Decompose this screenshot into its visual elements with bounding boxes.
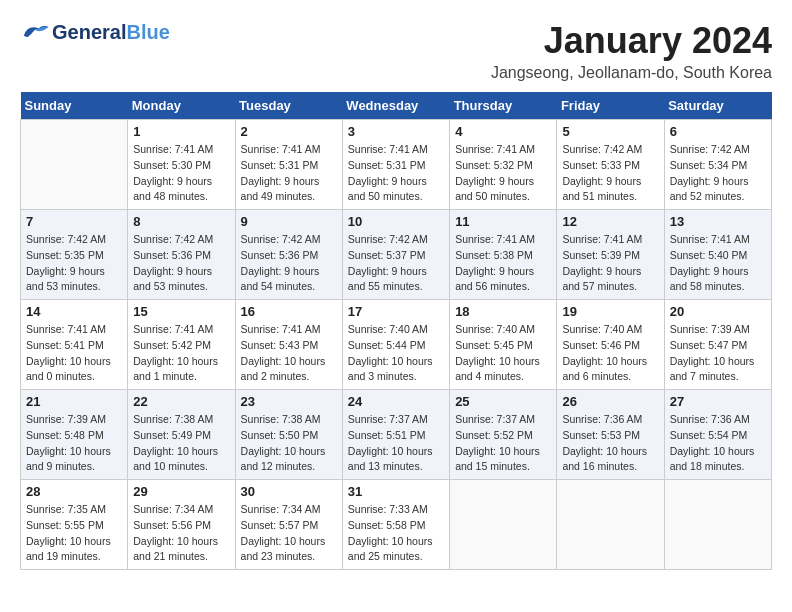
day-number: 26 xyxy=(562,394,658,409)
day-number: 9 xyxy=(241,214,337,229)
calendar-cell: 19Sunrise: 7:40 AMSunset: 5:46 PMDayligh… xyxy=(557,300,664,390)
day-info: Sunrise: 7:37 AMSunset: 5:52 PMDaylight:… xyxy=(455,412,551,475)
day-number: 28 xyxy=(26,484,122,499)
calendar-cell: 23Sunrise: 7:38 AMSunset: 5:50 PMDayligh… xyxy=(235,390,342,480)
calendar-cell: 11Sunrise: 7:41 AMSunset: 5:38 PMDayligh… xyxy=(450,210,557,300)
day-number: 6 xyxy=(670,124,766,139)
calendar-cell xyxy=(450,480,557,570)
logo-bird-icon xyxy=(20,20,50,44)
calendar-cell: 10Sunrise: 7:42 AMSunset: 5:37 PMDayligh… xyxy=(342,210,449,300)
calendar-cell: 28Sunrise: 7:35 AMSunset: 5:55 PMDayligh… xyxy=(21,480,128,570)
day-info: Sunrise: 7:34 AMSunset: 5:56 PMDaylight:… xyxy=(133,502,229,565)
day-number: 31 xyxy=(348,484,444,499)
day-info: Sunrise: 7:41 AMSunset: 5:42 PMDaylight:… xyxy=(133,322,229,385)
week-row-3: 14Sunrise: 7:41 AMSunset: 5:41 PMDayligh… xyxy=(21,300,772,390)
day-number: 2 xyxy=(241,124,337,139)
title-block: January 2024 Jangseong, Jeollanam-do, So… xyxy=(491,20,772,82)
day-info: Sunrise: 7:40 AMSunset: 5:45 PMDaylight:… xyxy=(455,322,551,385)
location-subtitle: Jangseong, Jeollanam-do, South Korea xyxy=(491,64,772,82)
week-row-4: 21Sunrise: 7:39 AMSunset: 5:48 PMDayligh… xyxy=(21,390,772,480)
calendar-cell: 3Sunrise: 7:41 AMSunset: 5:31 PMDaylight… xyxy=(342,120,449,210)
calendar-table: SundayMondayTuesdayWednesdayThursdayFrid… xyxy=(20,92,772,570)
calendar-cell: 1Sunrise: 7:41 AMSunset: 5:30 PMDaylight… xyxy=(128,120,235,210)
day-info: Sunrise: 7:42 AMSunset: 5:35 PMDaylight:… xyxy=(26,232,122,295)
day-number: 19 xyxy=(562,304,658,319)
calendar-cell: 14Sunrise: 7:41 AMSunset: 5:41 PMDayligh… xyxy=(21,300,128,390)
logo-general-text: General xyxy=(52,21,126,43)
day-info: Sunrise: 7:42 AMSunset: 5:37 PMDaylight:… xyxy=(348,232,444,295)
calendar-cell: 13Sunrise: 7:41 AMSunset: 5:40 PMDayligh… xyxy=(664,210,771,300)
week-row-1: 1Sunrise: 7:41 AMSunset: 5:30 PMDaylight… xyxy=(21,120,772,210)
weekday-header-sunday: Sunday xyxy=(21,92,128,120)
day-info: Sunrise: 7:36 AMSunset: 5:53 PMDaylight:… xyxy=(562,412,658,475)
calendar-cell: 9Sunrise: 7:42 AMSunset: 5:36 PMDaylight… xyxy=(235,210,342,300)
logo: GeneralBlue xyxy=(20,20,170,44)
day-number: 20 xyxy=(670,304,766,319)
weekday-header-thursday: Thursday xyxy=(450,92,557,120)
day-number: 3 xyxy=(348,124,444,139)
weekday-header-saturday: Saturday xyxy=(664,92,771,120)
calendar-cell: 25Sunrise: 7:37 AMSunset: 5:52 PMDayligh… xyxy=(450,390,557,480)
calendar-cell: 22Sunrise: 7:38 AMSunset: 5:49 PMDayligh… xyxy=(128,390,235,480)
day-number: 24 xyxy=(348,394,444,409)
day-number: 29 xyxy=(133,484,229,499)
day-number: 10 xyxy=(348,214,444,229)
weekday-header-monday: Monday xyxy=(128,92,235,120)
day-info: Sunrise: 7:41 AMSunset: 5:41 PMDaylight:… xyxy=(26,322,122,385)
day-number: 25 xyxy=(455,394,551,409)
calendar-cell: 18Sunrise: 7:40 AMSunset: 5:45 PMDayligh… xyxy=(450,300,557,390)
calendar-cell: 12Sunrise: 7:41 AMSunset: 5:39 PMDayligh… xyxy=(557,210,664,300)
day-number: 17 xyxy=(348,304,444,319)
day-number: 12 xyxy=(562,214,658,229)
day-info: Sunrise: 7:41 AMSunset: 5:43 PMDaylight:… xyxy=(241,322,337,385)
week-row-2: 7Sunrise: 7:42 AMSunset: 5:35 PMDaylight… xyxy=(21,210,772,300)
calendar-cell: 30Sunrise: 7:34 AMSunset: 5:57 PMDayligh… xyxy=(235,480,342,570)
calendar-cell: 27Sunrise: 7:36 AMSunset: 5:54 PMDayligh… xyxy=(664,390,771,480)
day-number: 21 xyxy=(26,394,122,409)
calendar-cell: 7Sunrise: 7:42 AMSunset: 5:35 PMDaylight… xyxy=(21,210,128,300)
calendar-cell: 8Sunrise: 7:42 AMSunset: 5:36 PMDaylight… xyxy=(128,210,235,300)
week-row-5: 28Sunrise: 7:35 AMSunset: 5:55 PMDayligh… xyxy=(21,480,772,570)
calendar-cell: 20Sunrise: 7:39 AMSunset: 5:47 PMDayligh… xyxy=(664,300,771,390)
calendar-cell xyxy=(21,120,128,210)
calendar-cell: 26Sunrise: 7:36 AMSunset: 5:53 PMDayligh… xyxy=(557,390,664,480)
day-number: 1 xyxy=(133,124,229,139)
day-info: Sunrise: 7:40 AMSunset: 5:46 PMDaylight:… xyxy=(562,322,658,385)
calendar-cell: 15Sunrise: 7:41 AMSunset: 5:42 PMDayligh… xyxy=(128,300,235,390)
calendar-cell xyxy=(557,480,664,570)
day-info: Sunrise: 7:41 AMSunset: 5:31 PMDaylight:… xyxy=(348,142,444,205)
day-info: Sunrise: 7:41 AMSunset: 5:39 PMDaylight:… xyxy=(562,232,658,295)
day-number: 18 xyxy=(455,304,551,319)
day-number: 23 xyxy=(241,394,337,409)
day-number: 16 xyxy=(241,304,337,319)
day-number: 27 xyxy=(670,394,766,409)
day-info: Sunrise: 7:33 AMSunset: 5:58 PMDaylight:… xyxy=(348,502,444,565)
day-number: 8 xyxy=(133,214,229,229)
day-info: Sunrise: 7:39 AMSunset: 5:48 PMDaylight:… xyxy=(26,412,122,475)
day-info: Sunrise: 7:34 AMSunset: 5:57 PMDaylight:… xyxy=(241,502,337,565)
weekday-header-row: SundayMondayTuesdayWednesdayThursdayFrid… xyxy=(21,92,772,120)
day-info: Sunrise: 7:36 AMSunset: 5:54 PMDaylight:… xyxy=(670,412,766,475)
day-info: Sunrise: 7:38 AMSunset: 5:49 PMDaylight:… xyxy=(133,412,229,475)
day-number: 4 xyxy=(455,124,551,139)
day-info: Sunrise: 7:42 AMSunset: 5:33 PMDaylight:… xyxy=(562,142,658,205)
day-number: 11 xyxy=(455,214,551,229)
day-info: Sunrise: 7:42 AMSunset: 5:34 PMDaylight:… xyxy=(670,142,766,205)
calendar-cell: 4Sunrise: 7:41 AMSunset: 5:32 PMDaylight… xyxy=(450,120,557,210)
day-number: 22 xyxy=(133,394,229,409)
day-number: 5 xyxy=(562,124,658,139)
calendar-cell: 2Sunrise: 7:41 AMSunset: 5:31 PMDaylight… xyxy=(235,120,342,210)
day-number: 14 xyxy=(26,304,122,319)
month-title: January 2024 xyxy=(491,20,772,62)
day-info: Sunrise: 7:35 AMSunset: 5:55 PMDaylight:… xyxy=(26,502,122,565)
weekday-header-friday: Friday xyxy=(557,92,664,120)
day-info: Sunrise: 7:39 AMSunset: 5:47 PMDaylight:… xyxy=(670,322,766,385)
calendar-cell: 17Sunrise: 7:40 AMSunset: 5:44 PMDayligh… xyxy=(342,300,449,390)
day-info: Sunrise: 7:38 AMSunset: 5:50 PMDaylight:… xyxy=(241,412,337,475)
day-number: 7 xyxy=(26,214,122,229)
calendar-cell: 16Sunrise: 7:41 AMSunset: 5:43 PMDayligh… xyxy=(235,300,342,390)
day-info: Sunrise: 7:42 AMSunset: 5:36 PMDaylight:… xyxy=(133,232,229,295)
weekday-header-tuesday: Tuesday xyxy=(235,92,342,120)
calendar-cell: 24Sunrise: 7:37 AMSunset: 5:51 PMDayligh… xyxy=(342,390,449,480)
day-info: Sunrise: 7:41 AMSunset: 5:40 PMDaylight:… xyxy=(670,232,766,295)
